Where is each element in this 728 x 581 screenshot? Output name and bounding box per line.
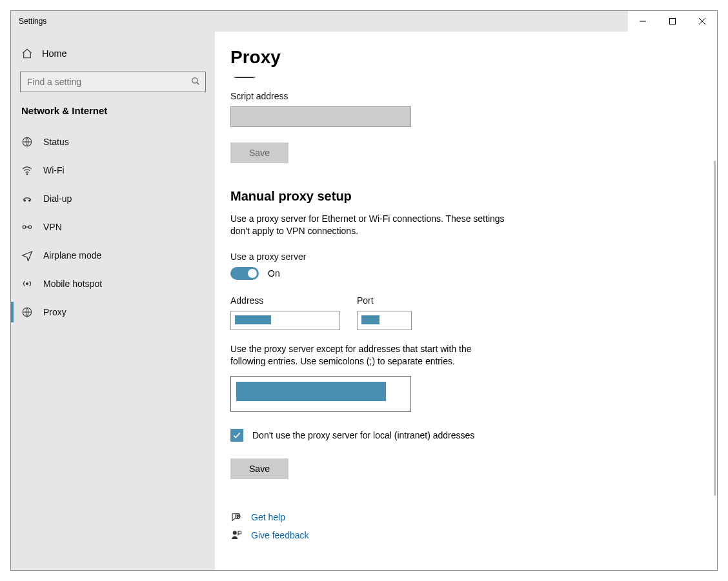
svg-point-17 bbox=[233, 531, 237, 535]
minimize-button[interactable] bbox=[628, 11, 658, 32]
exceptions-input[interactable] bbox=[230, 376, 411, 412]
local-addresses-label: Don't use the proxy server for local (in… bbox=[252, 430, 474, 440]
script-address-input[interactable] bbox=[230, 106, 411, 127]
help-icon: ? bbox=[230, 511, 242, 523]
hotspot-icon bbox=[21, 278, 33, 290]
nav-label: Wi-Fi bbox=[43, 165, 65, 175]
vpn-icon bbox=[21, 221, 33, 233]
exceptions-label: Use the proxy server except for addresse… bbox=[230, 343, 501, 368]
home-label: Home bbox=[42, 48, 67, 59]
nav-item-airplane[interactable]: Airplane mode bbox=[11, 241, 215, 270]
airplane-icon bbox=[21, 250, 33, 261]
svg-point-11 bbox=[28, 226, 32, 229]
svg-point-4 bbox=[192, 77, 197, 83]
svg-point-9 bbox=[29, 200, 30, 201]
feedback-icon bbox=[230, 529, 242, 541]
svg-point-13 bbox=[26, 283, 28, 285]
globe-icon bbox=[21, 136, 33, 148]
home-nav[interactable]: Home bbox=[11, 39, 215, 68]
proxy-icon bbox=[21, 306, 33, 318]
nav-label: Airplane mode bbox=[43, 250, 101, 261]
search-box[interactable] bbox=[20, 72, 206, 92]
svg-point-8 bbox=[24, 200, 25, 201]
nav-label: Dial-up bbox=[43, 193, 72, 204]
get-help-row[interactable]: ? Get help bbox=[230, 511, 717, 523]
nav-item-proxy[interactable]: Proxy bbox=[11, 298, 215, 326]
search-input[interactable] bbox=[26, 76, 191, 88]
svg-rect-1 bbox=[670, 19, 676, 25]
scroll-region[interactable]: Off Script address Save Manual proxy set… bbox=[215, 77, 717, 570]
nav-list: Status Wi-Fi Dial-up bbox=[11, 128, 215, 326]
home-icon bbox=[21, 48, 33, 59]
svg-line-5 bbox=[197, 82, 199, 84]
address-input[interactable] bbox=[230, 311, 340, 330]
setup-script-toggle[interactable] bbox=[230, 77, 259, 78]
maximize-button[interactable] bbox=[658, 11, 687, 32]
manual-proxy-desc: Use a proxy server for Ethernet or Wi-Fi… bbox=[230, 213, 521, 237]
titlebar: Settings bbox=[11, 11, 717, 32]
dialup-icon bbox=[21, 193, 33, 204]
nav-item-dialup[interactable]: Dial-up bbox=[11, 184, 215, 213]
get-help-link[interactable]: Get help bbox=[251, 512, 285, 522]
search-icon bbox=[191, 77, 200, 88]
give-feedback-row[interactable]: Give feedback bbox=[230, 529, 717, 541]
nav-item-status[interactable]: Status bbox=[11, 128, 215, 156]
scrollbar[interactable] bbox=[714, 161, 716, 496]
window-buttons bbox=[628, 11, 717, 32]
save-script-button[interactable]: Save bbox=[230, 143, 288, 163]
script-address-label: Script address bbox=[230, 91, 717, 101]
exceptions-value-redacted bbox=[236, 382, 386, 401]
save-manual-button[interactable]: Save bbox=[230, 458, 288, 479]
svg-point-7 bbox=[26, 173, 28, 175]
category-header: Network & Internet bbox=[11, 92, 215, 123]
nav-label: VPN bbox=[43, 222, 62, 232]
port-value-redacted bbox=[361, 315, 379, 324]
use-proxy-state: On bbox=[268, 268, 280, 279]
address-value-redacted bbox=[235, 315, 271, 324]
address-label: Address bbox=[230, 295, 340, 306]
nav-label: Mobile hotspot bbox=[43, 279, 102, 289]
svg-point-10 bbox=[23, 226, 26, 229]
sidebar: Home Network & Internet Status bbox=[11, 32, 215, 570]
nav-label: Proxy bbox=[43, 307, 66, 317]
wifi-icon bbox=[21, 164, 33, 176]
port-input[interactable] bbox=[357, 311, 412, 330]
nav-item-wifi[interactable]: Wi-Fi bbox=[11, 156, 215, 184]
nav-item-hotspot[interactable]: Mobile hotspot bbox=[11, 270, 215, 298]
content-area: Proxy Off Script address Save Manual bbox=[215, 32, 717, 570]
use-proxy-label: Use a proxy server bbox=[230, 251, 717, 262]
window-title: Settings bbox=[11, 17, 46, 26]
settings-window: Settings Home bbox=[10, 10, 718, 571]
page-title: Proxy bbox=[215, 32, 717, 73]
manual-proxy-heading: Manual proxy setup bbox=[230, 189, 717, 204]
local-addresses-checkbox[interactable] bbox=[230, 429, 243, 442]
nav-item-vpn[interactable]: VPN bbox=[11, 213, 215, 241]
nav-label: Status bbox=[43, 137, 69, 147]
use-proxy-toggle[interactable] bbox=[230, 267, 259, 280]
close-button[interactable] bbox=[687, 11, 717, 32]
give-feedback-link[interactable]: Give feedback bbox=[251, 530, 309, 540]
port-label: Port bbox=[357, 295, 412, 306]
